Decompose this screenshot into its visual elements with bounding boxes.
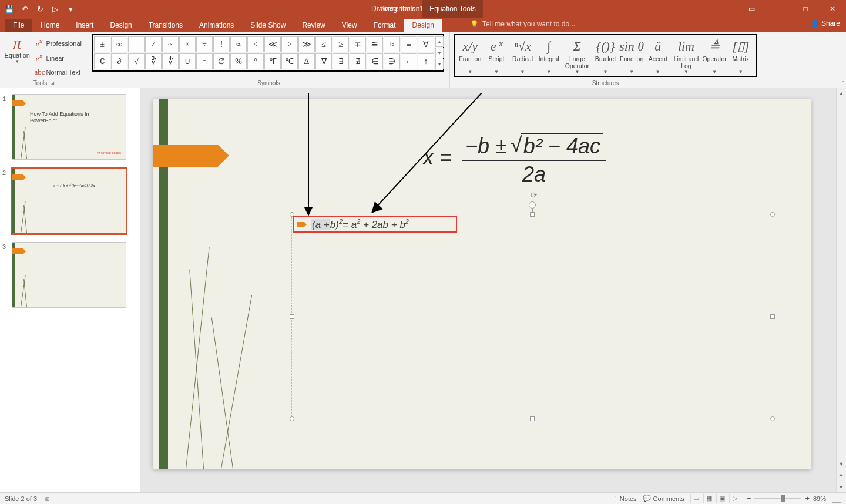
symbol-button-row1-15[interactable]: ∓ [350,36,366,52]
zoom-slider[interactable] [754,498,801,499]
fit-to-window-button[interactable] [832,495,841,503]
structure-matrix-button[interactable]: [▯]Matrix▼ [727,36,754,75]
undo-button[interactable]: ↶ [18,2,32,16]
symbol-button-row2-8[interactable]: % [230,53,247,69]
symbol-button-row2-12[interactable]: ∆ [298,53,315,69]
content-placeholder[interactable] [291,214,773,419]
linear-button[interactable]: ex Linear [32,51,84,65]
previous-slide-button[interactable]: ⏶ [837,469,846,481]
rotate-handle-icon[interactable]: ⟳ [531,190,538,200]
symbol-button-row2-2[interactable]: √ [128,53,145,69]
symbol-button-row2-9[interactable]: ° [247,53,264,69]
structure-operator-button[interactable]: ≜Operator▼ [701,36,728,75]
structure-radical-button[interactable]: ⁿ√xRadical▼ [509,36,536,75]
notes-button[interactable]: ≐ Notes [612,495,637,502]
slide-editor[interactable]: x = −b ± b² − 4ac 2a ⟳ [141,88,846,492]
tab-view[interactable]: View [334,19,365,32]
resize-handle-se[interactable] [770,416,775,421]
scroll-down-button[interactable]: ▼ [837,459,846,469]
maximize-button[interactable]: □ [792,0,819,18]
symbol-button-row2-6[interactable]: ∩ [196,53,213,69]
symbol-button-row2-15[interactable]: ∄ [350,53,366,69]
symbol-button-row1-2[interactable]: = [128,36,145,52]
symbol-button-row1-8[interactable]: ∝ [230,36,247,52]
symbol-button-row1-16[interactable]: ≅ [367,36,383,52]
equation-gallery-button[interactable]: π Equation ▼ [4,34,31,78]
structure-fraction-button[interactable]: x/yFraction▼ [457,36,484,75]
scroll-up-button[interactable]: ▲ [837,88,846,98]
symbol-button-row1-5[interactable]: × [179,36,196,52]
symbol-button-row2-3[interactable]: ∛ [145,53,162,69]
reading-view-button[interactable]: ▣ [716,494,728,503]
slideshow-view-button[interactable]: ▷ [729,494,741,503]
symbol-button-row2-4[interactable]: ∜ [162,53,179,69]
resize-handle-n[interactable] [530,212,535,217]
symbol-button-row1-7[interactable]: ! [213,36,230,52]
symbols-more-button[interactable]: ▾ [435,59,444,69]
symbol-button-row2-10[interactable]: ℉ [264,53,281,69]
resize-handle-s[interactable] [530,416,535,421]
share-button[interactable]: 👤 Share [810,19,840,28]
professional-button[interactable]: ex Professional [32,36,84,50]
tab-transitions[interactable]: Transitions [140,19,191,32]
symbol-button-row2-5[interactable]: ∪ [179,53,196,69]
qat-customize-button[interactable]: ▾ [63,2,78,16]
symbol-button-row2-7[interactable]: ∅ [213,53,230,69]
zoom-percentage[interactable]: 89% [813,495,826,502]
spellcheck-icon[interactable]: ⎚ [45,495,49,502]
tab-equation-design[interactable]: Design [404,19,442,32]
structure-limit-and-log-button[interactable]: limLimit and Log▼ [671,36,701,75]
structure-large-operator-button[interactable]: ΣLarge Operator▼ [562,36,593,75]
structure-function-button[interactable]: sin θFunction▼ [619,36,645,75]
symbol-button-row2-19[interactable]: ↑ [418,53,434,69]
collapse-ribbon-button[interactable]: ˄ [842,80,845,86]
tools-dialog-launcher[interactable]: ◢ [51,80,54,86]
tab-format[interactable]: Format [365,19,404,32]
zoom-out-button[interactable]: − [747,494,751,503]
symbol-button-row1-18[interactable]: ≡ [401,36,417,52]
symbol-button-row2-11[interactable]: ℃ [281,53,298,69]
tab-insert[interactable]: Insert [68,19,102,32]
redo-button[interactable]: ↻ [33,2,47,16]
ribbon-display-options-button[interactable]: ▭ [738,0,765,18]
tab-design[interactable]: Design [102,19,140,32]
symbol-button-row1-17[interactable]: ≈ [384,36,400,52]
resize-handle-w[interactable] [290,314,294,319]
save-button[interactable]: 💾 [2,2,16,16]
structure-script-button[interactable]: eˣScript▼ [484,36,510,75]
structure-integral-button[interactable]: ∫Integral▼ [536,36,562,75]
symbol-button-row2-13[interactable]: ∇ [315,53,332,69]
symbol-button-row1-4[interactable]: ~ [162,36,179,52]
resize-handle-sw[interactable] [290,416,294,421]
symbol-button-row1-13[interactable]: ≤ [315,36,332,52]
symbols-scroll-up[interactable]: ▲ [435,36,444,47]
symbol-button-row2-1[interactable]: ∂ [111,53,127,69]
symbols-scroll-down[interactable]: ▼ [435,48,444,58]
resize-handle-ne[interactable] [770,212,775,217]
symbol-button-row1-6[interactable]: ÷ [196,36,213,52]
symbol-button-row2-17[interactable]: ∋ [384,53,400,69]
symbol-button-row2-14[interactable]: ∃ [333,53,349,69]
structure-bracket-button[interactable]: {()}Bracket▼ [592,36,619,75]
symbol-button-row1-10[interactable]: ≪ [264,36,281,52]
placeholder-rotate-handle[interactable] [529,201,536,209]
symbol-button-row2-0[interactable]: ∁ [94,53,110,69]
tab-file[interactable]: File [5,19,32,32]
symbol-button-row2-18[interactable]: ← [401,53,417,69]
symbol-button-row1-1[interactable]: ∞ [111,36,127,52]
symbol-button-row1-9[interactable]: < [247,36,264,52]
slide-thumbnail-3[interactable] [12,242,126,308]
symbol-button-row1-14[interactable]: ≥ [333,36,349,52]
slide-thumbnail-1[interactable]: How To Add Equations In PowerPoint ◔ sim… [12,94,126,160]
close-button[interactable]: ✕ [819,0,846,18]
next-slide-button[interactable]: ⏷ [837,481,846,492]
zoom-in-button[interactable]: + [805,494,810,503]
symbol-button-row1-19[interactable]: ∀ [418,36,434,52]
vertical-scrollbar[interactable]: ▲ ▼ ⏶ ⏷ [836,88,846,492]
symbol-button-row2-16[interactable]: ∈ [367,53,383,69]
symbol-button-row1-0[interactable]: ± [94,36,110,52]
normal-text-button[interactable]: abc Normal Text [32,66,84,78]
comments-button[interactable]: 💬 Comments [643,495,684,502]
slide-thumbnail-2[interactable]: x = (-b ± √(b²−4ac)) / 2a [12,168,126,234]
symbol-button-row1-12[interactable]: ≫ [298,36,315,52]
